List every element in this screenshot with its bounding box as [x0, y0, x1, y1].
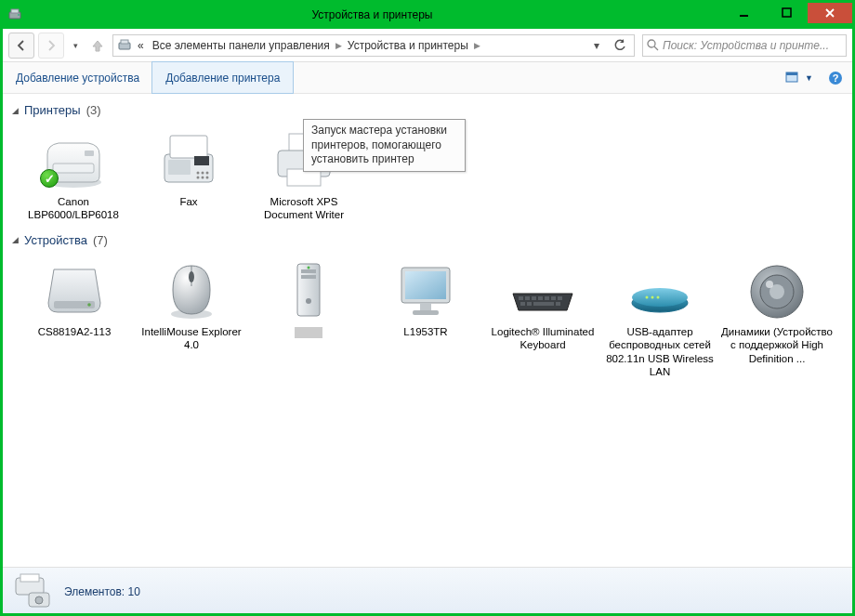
- device-item[interactable]: Logitech® Illuminated Keyboard: [484, 251, 601, 385]
- svg-rect-44: [519, 296, 523, 300]
- group-count: (3): [86, 103, 101, 117]
- device-label: Logitech® Illuminated Keyboard: [486, 325, 599, 352]
- svg-rect-18: [168, 160, 191, 175]
- svg-point-39: [308, 266, 310, 269]
- search-placeholder: Поиск: Устройства и принте...: [663, 39, 829, 52]
- device-label: Динамики (Устройство с поддержкой High D…: [720, 325, 834, 365]
- device-item[interactable]: Динамики (Устройство с поддержкой High D…: [718, 251, 835, 385]
- svg-rect-45: [525, 296, 530, 300]
- svg-rect-43: [413, 310, 439, 315]
- history-dropdown[interactable]: ▾: [68, 41, 83, 50]
- svg-line-8: [654, 46, 658, 50]
- device-item[interactable]: ✓ Canon LBP6000/LBP6018: [16, 121, 131, 228]
- device-item[interactable]: L1953TR: [367, 251, 484, 385]
- svg-rect-65: [20, 574, 39, 582]
- svg-rect-15: [85, 151, 94, 156]
- device-item[interactable]: Fax: [131, 121, 246, 228]
- svg-rect-49: [551, 296, 556, 300]
- device-item[interactable]: CS8819A2-113: [16, 251, 133, 385]
- svg-point-38: [306, 298, 311, 304]
- close-button[interactable]: [808, 3, 852, 23]
- maximize-button[interactable]: [765, 3, 808, 23]
- svg-point-67: [35, 596, 43, 604]
- add-device-button[interactable]: Добавление устройства: [3, 62, 152, 93]
- window-title: Устройства и принтеры: [22, 8, 722, 21]
- forward-button[interactable]: [38, 33, 64, 59]
- status-thumbnail-icon: [12, 572, 53, 609]
- device-label: Fax: [179, 195, 197, 208]
- group-header-printers[interactable]: ◢ Принтеры (3): [10, 98, 845, 121]
- svg-rect-17: [170, 136, 207, 158]
- fax-icon: [151, 126, 226, 193]
- svg-point-58: [651, 295, 654, 298]
- chevron-right-icon[interactable]: ▶: [335, 41, 342, 50]
- svg-point-57: [646, 295, 649, 298]
- svg-rect-14: [53, 164, 94, 173]
- collapse-icon[interactable]: ◢: [12, 235, 19, 244]
- device-item[interactable]: [250, 251, 367, 385]
- device-item[interactable]: IntelliMouse Explorer 4.0: [133, 251, 250, 385]
- svg-rect-37: [301, 275, 316, 279]
- address-dropdown[interactable]: ▾: [586, 35, 607, 56]
- devices-icon: [117, 38, 132, 53]
- svg-point-31: [87, 303, 91, 307]
- status-label: Элементов:: [64, 585, 125, 598]
- group-count: (7): [93, 233, 108, 247]
- svg-point-21: [202, 172, 204, 175]
- svg-point-22: [206, 172, 209, 175]
- view-options-button[interactable]: ▼: [780, 62, 819, 93]
- svg-rect-19: [194, 156, 209, 165]
- svg-rect-3: [740, 15, 748, 17]
- address-bar[interactable]: « Все элементы панели управления ▶ Устро…: [112, 34, 635, 57]
- device-label: Canon LBP6000/LBP6018: [18, 195, 129, 222]
- add-printer-button[interactable]: Добавление принтера: [151, 61, 294, 94]
- help-button[interactable]: ?: [819, 62, 852, 93]
- device-label: IntelliMouse Explorer 4.0: [135, 325, 248, 352]
- group-header-devices[interactable]: ◢ Устройства (7): [10, 228, 845, 251]
- svg-rect-10: [786, 72, 797, 75]
- drive-icon: [37, 256, 112, 323]
- status-text: Элементов: 10: [64, 583, 140, 598]
- command-bar: Добавление устройства Добавление принтер…: [3, 62, 852, 94]
- tooltip: Запуск мастера установки принтеров, помо…: [303, 119, 466, 172]
- device-label: CS8819A2-113: [38, 325, 112, 338]
- device-item[interactable]: USB-адаптер беспроводных сетей 802.11n U…: [601, 251, 718, 385]
- minimize-button[interactable]: [722, 3, 765, 23]
- svg-point-24: [202, 177, 204, 179]
- svg-text:?: ?: [833, 72, 839, 84]
- svg-rect-48: [545, 296, 549, 300]
- svg-rect-51: [520, 302, 525, 306]
- svg-point-7: [648, 40, 655, 47]
- window-frame: Устройства и принтеры ▾ « Вс: [0, 0, 855, 616]
- details-pane: Элементов: 10: [3, 567, 852, 613]
- tooltip-text: Запуск мастера установки принтеров, помо…: [311, 124, 447, 165]
- up-button[interactable]: [86, 34, 109, 57]
- breadcrumb-current[interactable]: Устройства и принтеры: [345, 39, 471, 52]
- svg-point-34: [189, 271, 194, 282]
- overflow-chevron-icon[interactable]: «: [135, 39, 147, 52]
- svg-point-23: [197, 177, 200, 179]
- svg-point-56: [632, 288, 688, 307]
- monitor-icon: [388, 256, 463, 323]
- svg-point-2: [18, 14, 20, 16]
- printer-laser-icon: ✓: [36, 126, 111, 193]
- search-box[interactable]: Поиск: Устройства и принте...: [642, 34, 847, 57]
- group-title: Принтеры: [24, 103, 81, 117]
- svg-point-59: [657, 295, 660, 298]
- back-button[interactable]: [8, 33, 34, 59]
- breadcrumb-parent[interactable]: Все элементы панели управления: [150, 39, 333, 52]
- svg-rect-1: [11, 9, 19, 13]
- status-count: 10: [128, 585, 140, 598]
- chevron-right-icon[interactable]: ▶: [474, 41, 480, 50]
- svg-rect-41: [405, 271, 446, 299]
- svg-rect-53: [533, 302, 554, 306]
- svg-rect-46: [532, 296, 536, 300]
- group-title: Устройства: [24, 233, 87, 247]
- computer-tower-icon: [271, 256, 346, 323]
- refresh-button[interactable]: [610, 35, 630, 56]
- navigation-bar: ▾ « Все элементы панели управления ▶ Уст…: [3, 29, 852, 62]
- svg-point-20: [197, 172, 200, 175]
- client-area: ▾ « Все элементы панели управления ▶ Уст…: [2, 28, 853, 614]
- svg-rect-52: [527, 302, 532, 306]
- collapse-icon[interactable]: ◢: [12, 106, 19, 115]
